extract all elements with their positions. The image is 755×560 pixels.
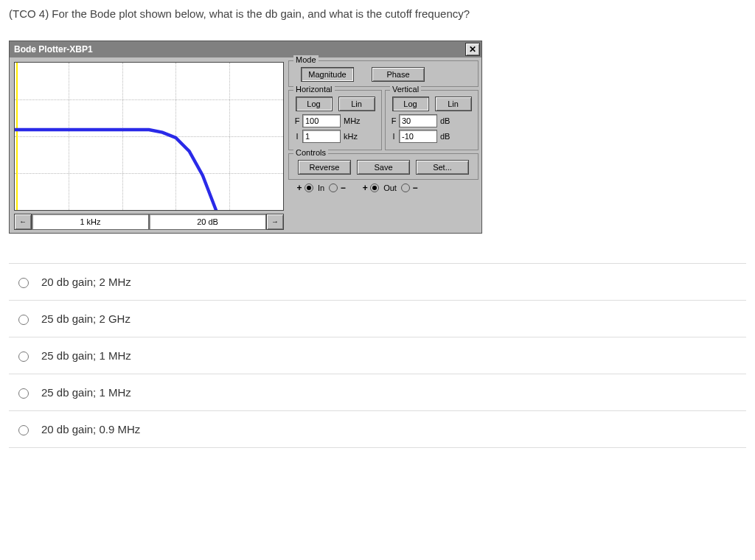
mode-group: Mode Magnitude Phase xyxy=(288,60,479,87)
in-minus-icon: − xyxy=(339,183,347,193)
in-plus-icon: + xyxy=(296,183,303,193)
magnitude-button[interactable]: Magnitude xyxy=(301,67,354,82)
answer-option[interactable]: 20 db gain; 2 MHz xyxy=(9,264,746,301)
answer-radio[interactable] xyxy=(18,388,29,399)
plot-box[interactable] xyxy=(14,62,284,211)
io-row: + In − + Out − xyxy=(288,183,479,193)
arrow-left-icon: ← xyxy=(19,218,27,225)
plot-area: ← 1 kHz 20 dB → xyxy=(13,60,285,230)
v-i-value[interactable]: -10 xyxy=(399,130,437,143)
answer-text: 25 db gain; 1 MHz xyxy=(41,386,131,399)
title-bar: Bode Plotter-XBP1 ✕ xyxy=(10,41,481,57)
answer-option[interactable]: 25 db gain; 1 MHz xyxy=(9,337,746,374)
h-log-button[interactable]: Log xyxy=(296,97,333,111)
horizontal-group: Horizontal Log Lin F 100 MHz I 1 kHz xyxy=(288,90,382,150)
answer-text: 25 db gain; 1 MHz xyxy=(41,349,131,362)
vertical-label: Vertical xyxy=(390,85,421,94)
window-title: Bode Plotter-XBP1 xyxy=(14,44,93,55)
h-f-label: F xyxy=(293,116,301,125)
answer-list: 20 db gain; 2 MHz 25 db gain; 2 GHz 25 d… xyxy=(9,263,746,448)
h-f-value[interactable]: 100 xyxy=(302,114,341,127)
answer-option[interactable]: 25 db gain; 2 GHz xyxy=(9,301,746,337)
readout-row: ← 1 kHz 20 dB → xyxy=(14,214,284,230)
v-f-label: F xyxy=(390,116,397,125)
phase-button[interactable]: Phase xyxy=(372,67,425,82)
v-i-label: I xyxy=(390,132,397,141)
h-lin-button[interactable]: Lin xyxy=(338,97,375,111)
save-button[interactable]: Save xyxy=(357,160,410,175)
controls-label: Controls xyxy=(293,148,328,157)
h-i-unit: kHz xyxy=(342,132,364,141)
h-i-value[interactable]: 1 xyxy=(302,130,341,143)
readout-gain: 20 dB xyxy=(149,214,266,230)
set-button[interactable]: Set... xyxy=(416,160,469,175)
arrow-right-icon: → xyxy=(271,218,279,225)
question-text: (TCO 4) For the Bode plot shown below, w… xyxy=(9,6,746,23)
mode-label: Mode xyxy=(293,55,319,64)
answer-text: 20 db gain; 2 MHz xyxy=(41,276,131,288)
answer-radio[interactable] xyxy=(18,351,29,362)
cursor-right-button[interactable]: → xyxy=(266,214,284,230)
bode-plotter-window: Bode Plotter-XBP1 ✕ ← xyxy=(9,41,482,234)
vertical-group: Vertical Log Lin F 30 dB I -10 dB xyxy=(385,90,479,150)
answer-radio[interactable] xyxy=(18,425,29,435)
close-button[interactable]: ✕ xyxy=(465,43,480,56)
answer-radio[interactable] xyxy=(18,278,29,288)
answer-option[interactable]: 25 db gain; 1 MHz xyxy=(9,374,746,411)
v-i-unit: dB xyxy=(439,132,461,141)
cursor-left-button[interactable]: ← xyxy=(14,214,32,230)
close-icon: ✕ xyxy=(469,45,476,54)
v-lin-button[interactable]: Lin xyxy=(435,97,472,111)
v-log-button[interactable]: Log xyxy=(392,97,429,111)
answer-text: 20 db gain; 0.9 MHz xyxy=(41,423,140,435)
bode-curve xyxy=(15,63,283,211)
v-f-unit: dB xyxy=(439,116,461,125)
in-label: In xyxy=(318,183,324,192)
h-f-unit: MHz xyxy=(342,116,364,125)
answer-option[interactable]: 20 db gain; 0.9 MHz xyxy=(9,411,746,448)
reverse-button[interactable]: Reverse xyxy=(298,160,351,175)
horizontal-label: Horizontal xyxy=(293,85,335,94)
v-f-value[interactable]: 30 xyxy=(399,114,437,127)
h-i-label: I xyxy=(293,132,301,141)
out-minus-icon: − xyxy=(411,183,419,193)
in-plus-radio[interactable] xyxy=(305,183,313,192)
controls-group: Controls Reverse Save Set... xyxy=(288,153,479,180)
in-minus-radio[interactable] xyxy=(329,183,338,192)
out-label: Out xyxy=(383,183,397,192)
answer-text: 25 db gain; 2 GHz xyxy=(41,312,131,325)
control-panel: Mode Magnitude Phase Horizontal Log Lin … xyxy=(288,60,479,230)
answer-radio[interactable] xyxy=(18,315,29,325)
readout-frequency: 1 kHz xyxy=(32,214,149,230)
out-plus-icon: + xyxy=(361,183,369,193)
out-minus-radio[interactable] xyxy=(401,183,410,192)
out-plus-radio[interactable] xyxy=(370,183,379,192)
